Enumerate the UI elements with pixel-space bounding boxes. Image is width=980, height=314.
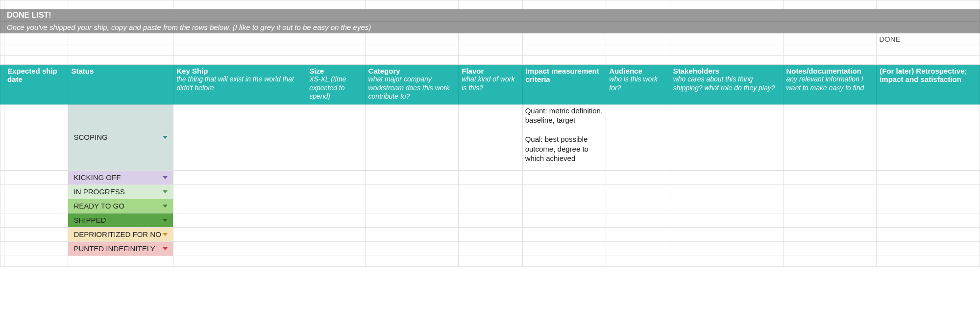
header-notes[interactable]: Notes/documentation any relevant informa…	[783, 65, 877, 105]
cell[interactable]	[670, 199, 783, 213]
cell[interactable]	[306, 227, 365, 241]
cell[interactable]	[522, 170, 606, 184]
cell[interactable]	[522, 184, 606, 199]
header-expected-ship-date[interactable]: Expected ship date	[4, 65, 68, 105]
cell[interactable]	[306, 184, 365, 199]
cell[interactable]	[670, 170, 783, 184]
cell[interactable]	[365, 213, 459, 227]
cell[interactable]	[670, 213, 783, 227]
header-size[interactable]: Size XS-XL (time expected to spend)	[306, 65, 365, 105]
cell[interactable]	[522, 241, 606, 256]
cell[interactable]	[606, 227, 670, 241]
cell[interactable]	[365, 241, 459, 256]
cell[interactable]	[173, 227, 306, 241]
cell[interactable]	[670, 184, 783, 199]
cell[interactable]	[670, 227, 783, 241]
cell[interactable]	[877, 213, 980, 227]
chevron-down-icon	[163, 190, 168, 193]
cell[interactable]	[522, 213, 606, 227]
cell[interactable]	[365, 227, 459, 241]
table-row: KICKING OFF	[0, 170, 980, 184]
cell[interactable]	[877, 227, 980, 241]
cell[interactable]	[783, 199, 877, 213]
cell[interactable]	[459, 241, 522, 256]
status-dropdown[interactable]: DEPRIORITIZED FOR NO	[68, 227, 173, 241]
chevron-down-icon	[163, 247, 168, 250]
cell[interactable]	[783, 213, 877, 227]
status-dropdown[interactable]: KICKING OFF	[68, 170, 173, 184]
cell[interactable]	[606, 213, 670, 227]
cell-notes[interactable]	[783, 104, 877, 170]
cell[interactable]	[173, 213, 306, 227]
cell[interactable]	[173, 199, 306, 213]
chevron-down-icon	[163, 176, 168, 179]
cell[interactable]	[670, 241, 783, 256]
cell-impact-hint[interactable]: Quant: metric definition, baseline, targ…	[522, 104, 606, 170]
status-label: READY TO GO	[74, 202, 124, 210]
cell[interactable]	[173, 184, 306, 199]
header-stakeholders[interactable]: Stakeholders who cares about this thing …	[670, 65, 783, 105]
cell-expected-ship-date[interactable]	[4, 184, 68, 199]
cell-stakeholders[interactable]	[670, 104, 783, 170]
cell[interactable]	[522, 227, 606, 241]
status-dropdown[interactable]: PUNTED INDEFINITELY	[68, 241, 173, 256]
table-row: DEPRIORITIZED FOR NO	[0, 227, 980, 241]
cell[interactable]	[877, 184, 980, 199]
cell-size[interactable]	[306, 104, 365, 170]
header-retro[interactable]: (For later) Retrospective; impact and sa…	[877, 65, 980, 105]
status-dropdown[interactable]: SHIPPED	[68, 213, 173, 227]
status-label: PUNTED INDEFINITELY	[74, 244, 155, 253]
status-dropdown[interactable]: READY TO GO	[68, 199, 173, 213]
cell[interactable]	[365, 170, 459, 184]
cell[interactable]	[877, 170, 980, 184]
header-audience[interactable]: Audience who is this work for?	[606, 65, 670, 105]
cell-expected-ship-date[interactable]	[4, 170, 68, 184]
cell-expected-ship-date[interactable]	[4, 227, 68, 241]
cell[interactable]	[306, 170, 365, 184]
cell[interactable]	[522, 199, 606, 213]
cell[interactable]	[783, 227, 877, 241]
status-dropdown[interactable]: IN PROGRESS	[68, 184, 173, 199]
cell-retro[interactable]	[877, 104, 980, 170]
cell-key-ship[interactable]	[173, 104, 306, 170]
cell[interactable]	[365, 199, 459, 213]
cell[interactable]	[783, 170, 877, 184]
cell-expected-ship-date[interactable]	[4, 104, 68, 170]
cell[interactable]	[783, 184, 877, 199]
cell[interactable]	[606, 199, 670, 213]
header-flavor[interactable]: Flavor what kind of work is this?	[459, 65, 522, 105]
cell[interactable]	[459, 227, 522, 241]
spreadsheet-grid[interactable]: DONE LIST! Once you've shipped your ship…	[0, 0, 980, 267]
cell-expected-ship-date[interactable]	[4, 241, 68, 256]
cell[interactable]	[606, 184, 670, 199]
cell[interactable]	[459, 213, 522, 227]
cell[interactable]	[877, 199, 980, 213]
cell-expected-ship-date[interactable]	[4, 199, 68, 213]
cell[interactable]	[459, 184, 522, 199]
cell[interactable]	[365, 184, 459, 199]
cell[interactable]	[606, 170, 670, 184]
status-dropdown-scoping[interactable]: SCOPING	[68, 104, 173, 170]
cell[interactable]	[459, 170, 522, 184]
column-headers-row: Expected ship date Status Key Ship the t…	[0, 65, 980, 105]
cell-audience[interactable]	[606, 104, 670, 170]
cell[interactable]	[306, 241, 365, 256]
cell[interactable]	[173, 241, 306, 256]
header-key-ship[interactable]: Key Ship the thing that will exist in th…	[173, 65, 306, 105]
cell[interactable]	[306, 199, 365, 213]
cell[interactable]	[606, 241, 670, 256]
cell-flavor[interactable]	[459, 104, 522, 170]
cell[interactable]	[306, 213, 365, 227]
cell[interactable]	[783, 241, 877, 256]
cell-expected-ship-date[interactable]	[4, 213, 68, 227]
header-category[interactable]: Category what major company workstream d…	[365, 65, 459, 105]
header-impact[interactable]: Impact measurement criteria	[522, 65, 606, 105]
header-status[interactable]: Status	[68, 65, 173, 105]
cell[interactable]	[459, 199, 522, 213]
table-row: PUNTED INDEFINITELY	[0, 241, 980, 256]
cell-category[interactable]	[365, 104, 459, 170]
cell[interactable]	[877, 241, 980, 256]
done-label-cell[interactable]: DONE	[877, 33, 980, 45]
cell[interactable]	[173, 170, 306, 184]
table-row: SCOPING Quant: metric definition, baseli…	[0, 104, 980, 170]
